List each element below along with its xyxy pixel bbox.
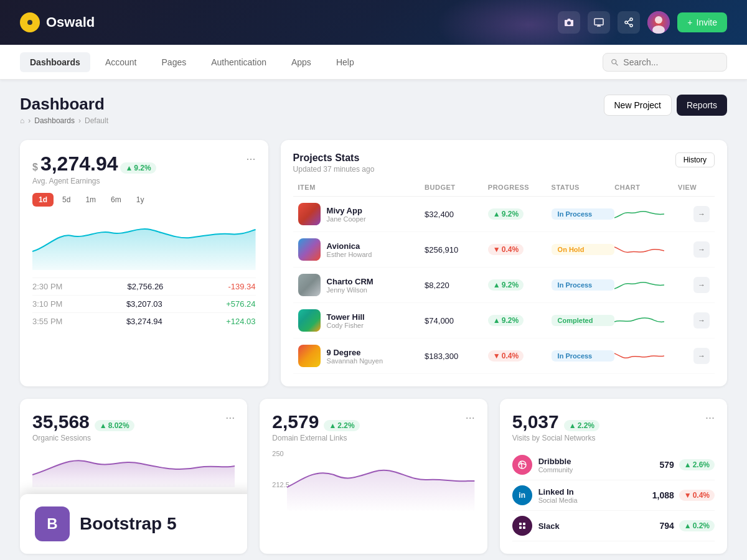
secondary-navbar: Dashboards Account Pages Authentication … xyxy=(0,45,747,80)
chart-charto xyxy=(614,278,664,292)
table-header: ITEM BUDGET PROGRESS STATUS CHART VIEW xyxy=(293,184,715,197)
period-tabs: 1d 5d 1m 6m 1y xyxy=(32,193,256,207)
period-tab-6m[interactable]: 6m xyxy=(105,193,128,207)
nav-tab-dashboards[interactable]: Dashboards xyxy=(20,52,90,72)
top-navbar: Oswald xyxy=(0,0,747,45)
svg-line-10 xyxy=(616,63,618,65)
status-badge-tower: Completed xyxy=(552,315,615,326)
new-project-button[interactable]: New Project xyxy=(604,95,672,116)
organic-sessions-more[interactable]: ··· xyxy=(225,411,235,424)
projects-updated: Updated 37 minutes ago xyxy=(293,165,375,174)
view-btn-9degree[interactable]: → xyxy=(693,348,710,364)
nav-tab-pages[interactable]: Pages xyxy=(152,52,197,72)
view-btn-charto[interactable]: → xyxy=(693,277,710,293)
top-cards-row: $ 3,274.94 ▲ 9.2% Avg. Agent Earnings ··… xyxy=(20,140,727,386)
domain-links-value: 2,579 ▲2.2% xyxy=(272,411,359,432)
time-row-3: 3:55 PM $3,274.94 +124.03 xyxy=(32,312,256,330)
nav-tab-account[interactable]: Account xyxy=(95,52,147,72)
view-btn-mivy[interactable]: → xyxy=(693,206,710,222)
search-input[interactable] xyxy=(623,57,719,67)
period-tab-5d[interactable]: 5d xyxy=(56,193,77,207)
svg-point-5 xyxy=(625,21,627,24)
svg-point-3 xyxy=(630,18,632,21)
earnings-badge: ▲ 9.2% xyxy=(120,162,156,174)
brand: Oswald xyxy=(20,12,95,32)
breadcrumb-default: Default xyxy=(85,116,108,125)
svg-rect-13 xyxy=(523,523,525,525)
bootstrap-text: Bootstrap 5 xyxy=(80,514,177,534)
status-badge-charto: In Process xyxy=(552,279,615,291)
breadcrumb-sep2: › xyxy=(78,116,81,125)
brand-name: Oswald xyxy=(46,14,95,30)
history-button[interactable]: History xyxy=(675,152,715,167)
organic-sessions-card: 35,568 ▲8.02% Organic Sessions ··· xyxy=(20,399,247,554)
project-avatar-charto xyxy=(298,274,321,296)
svg-point-4 xyxy=(630,24,632,27)
project-row-tower: Tower Hill Cody Fisher $74,000 ▲9.2% Com… xyxy=(293,303,715,338)
domain-links-card: 2,579 ▲2.2% Domain External Links ··· 25… xyxy=(260,399,487,554)
user-avatar[interactable] xyxy=(647,11,670,34)
domain-links-chart: 250 212.5 xyxy=(272,450,474,512)
page-actions: New Project Reports xyxy=(604,95,728,116)
project-avatar-tower xyxy=(298,309,321,332)
period-tab-1m[interactable]: 1m xyxy=(79,193,102,207)
nav-icon-share[interactable] xyxy=(618,11,640,34)
chart-9degree xyxy=(614,348,664,363)
period-tab-1y[interactable]: 1y xyxy=(130,193,151,207)
view-btn-avionica[interactable]: → xyxy=(693,241,710,258)
earnings-more-btn[interactable]: ··· xyxy=(247,152,256,166)
time-row-2: 3:10 PM $3,207.03 +576.24 xyxy=(32,295,256,312)
project-avatar-mivy xyxy=(298,203,321,225)
chart-mivy xyxy=(614,207,664,222)
project-row-mivy: Mivy App Jane Cooper $32,400 ▲9.2% In Pr… xyxy=(293,197,715,232)
svg-rect-2 xyxy=(594,19,603,25)
organic-sessions-label: Organic Sessions xyxy=(32,434,134,442)
domain-links-more[interactable]: ··· xyxy=(466,411,475,424)
social-label: Visits by Social Networks xyxy=(512,434,599,442)
social-row-linkedin: in Linked In Social Media 1,088 ▼0.4% xyxy=(512,480,715,511)
time-row-1: 2:30 PM $2,756.26 -139.34 xyxy=(32,278,256,295)
earnings-time-rows: 2:30 PM $2,756.26 -139.34 3:10 PM $3,207… xyxy=(32,278,256,330)
svg-point-9 xyxy=(612,59,616,63)
invite-button[interactable]: + Invite xyxy=(677,12,727,32)
search-icon xyxy=(611,58,618,67)
reports-button[interactable]: Reports xyxy=(677,95,727,116)
projects-title: Projects Stats xyxy=(293,152,375,164)
social-row-slack: Slack 794 ▲0.2% xyxy=(512,511,715,541)
nav-icon-camera[interactable] xyxy=(558,11,580,34)
nav-tab-apps[interactable]: Apps xyxy=(281,52,321,72)
chart-tower xyxy=(614,313,664,328)
svg-rect-14 xyxy=(519,526,522,529)
project-avatar-9degree xyxy=(298,345,321,367)
dribbble-icon xyxy=(512,455,532,475)
earnings-card: $ 3,274.94 ▲ 9.2% Avg. Agent Earnings ··… xyxy=(20,140,268,386)
svg-point-7 xyxy=(655,16,662,24)
page-title: Dashboard xyxy=(20,95,108,114)
project-avatar-avionica xyxy=(298,238,321,261)
breadcrumb-dashboards[interactable]: Dashboards xyxy=(34,116,75,125)
search-box xyxy=(603,53,727,72)
svg-rect-12 xyxy=(519,523,522,525)
svg-point-1 xyxy=(27,20,32,25)
svg-rect-15 xyxy=(523,526,525,529)
nav-right: + Invite xyxy=(558,11,727,34)
social-more[interactable]: ··· xyxy=(705,411,715,424)
nav-tab-authentication[interactable]: Authentication xyxy=(201,52,276,72)
svg-point-11 xyxy=(519,461,526,469)
earnings-label: Avg. Agent Earnings xyxy=(32,177,156,185)
domain-links-label: Domain External Links xyxy=(272,434,359,442)
brand-icon xyxy=(20,12,40,32)
earnings-amount: $ 3,274.94 ▲ 9.2% xyxy=(32,152,156,175)
breadcrumb: ⌂ › Dashboards › Default xyxy=(20,116,108,125)
slack-icon xyxy=(512,516,532,536)
project-row-9degree: 9 Degree Savannah Nguyen $183,300 ▼0.4% … xyxy=(293,338,715,374)
breadcrumb-sep1: › xyxy=(28,116,31,125)
nav-tab-help[interactable]: Help xyxy=(326,52,364,72)
period-tab-1d[interactable]: 1d xyxy=(32,193,54,207)
organic-sessions-value: 35,568 ▲8.02% xyxy=(32,411,134,432)
view-btn-tower[interactable]: → xyxy=(693,312,710,329)
social-row-dribbble: Dribbble Community 579 ▲2.6% xyxy=(512,450,715,480)
project-row-charto: Charto CRM Jenny Wilson $8,220 ▲9.2% In … xyxy=(293,268,715,303)
organic-sessions-chart xyxy=(32,450,235,487)
nav-icon-monitor[interactable] xyxy=(588,11,610,34)
